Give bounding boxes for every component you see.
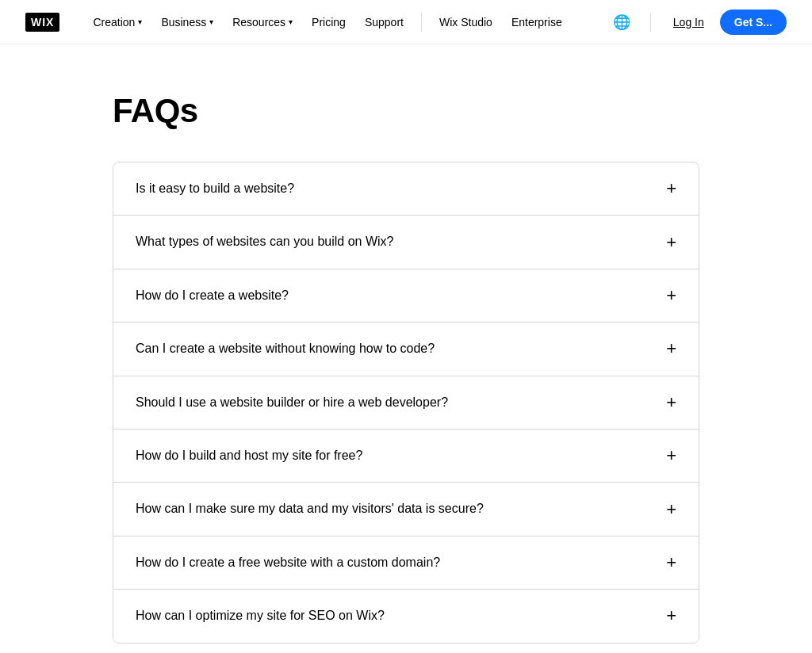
nav-item-creation[interactable]: Creation ▾: [85, 11, 150, 33]
faq-expand-icon-8: +: [666, 554, 676, 571]
get-started-button[interactable]: Get S...: [720, 10, 787, 35]
faq-expand-icon-6: +: [666, 447, 676, 464]
faq-item-6[interactable]: How do I build and host my site for free…: [113, 430, 699, 483]
nav-enterprise-label: Enterprise: [511, 16, 562, 29]
faq-expand-icon-7: +: [666, 501, 676, 518]
nav-separator: [421, 13, 422, 32]
faq-question-3: How do I create a website?: [136, 287, 289, 304]
faq-expand-icon-5: +: [666, 394, 676, 411]
faq-question-8: How do I create a free website with a cu…: [136, 554, 440, 571]
faq-expand-icon-9: +: [666, 607, 676, 624]
chevron-down-icon: ▾: [138, 17, 142, 26]
faq-question-1: Is it easy to build a website?: [136, 180, 294, 197]
chevron-down-icon: ▾: [209, 17, 213, 26]
language-selector-button[interactable]: 🌐: [609, 10, 634, 35]
faq-item-1[interactable]: Is it easy to build a website? +: [113, 162, 699, 216]
nav-item-pricing[interactable]: Pricing: [304, 11, 354, 33]
chevron-down-icon: ▾: [289, 17, 293, 26]
faq-expand-icon-2: +: [666, 234, 676, 251]
faq-question-5: Should I use a website builder or hire a…: [136, 394, 448, 411]
nav-pricing-label: Pricing: [312, 16, 346, 29]
nav-item-resources[interactable]: Resources ▾: [224, 11, 301, 33]
navbar: WIX Creation ▾ Business ▾ Resources ▾ Pr…: [0, 0, 812, 44]
faq-question-9: How can I optimize my site for SEO on Wi…: [136, 607, 385, 624]
faq-question-7: How can I make sure my data and my visit…: [136, 500, 484, 517]
nav-menu: Creation ▾ Business ▾ Resources ▾ Pricin…: [85, 11, 608, 33]
faq-item-9[interactable]: How can I optimize my site for SEO on Wi…: [113, 590, 699, 642]
faq-container: Is it easy to build a website? + What ty…: [113, 162, 699, 643]
main-content: FAQs Is it easy to build a website? + Wh…: [81, 44, 731, 653]
globe-icon: 🌐: [613, 13, 630, 31]
page-title: FAQs: [113, 92, 699, 130]
faq-item-5[interactable]: Should I use a website builder or hire a…: [113, 376, 699, 430]
faq-expand-icon-4: +: [666, 340, 676, 357]
nav-resources-label: Resources: [232, 16, 285, 29]
nav-support-label: Support: [365, 16, 404, 29]
logo-text: WIX: [25, 13, 59, 32]
nav-separator-2: [650, 13, 651, 32]
faq-item-3[interactable]: How do I create a website? +: [113, 269, 699, 323]
nav-item-business[interactable]: Business ▾: [153, 11, 221, 33]
faq-item-2[interactable]: What types of websites can you build on …: [113, 216, 699, 269]
faq-item-8[interactable]: How do I create a free website with a cu…: [113, 537, 699, 590]
nav-wix-studio-label: Wix Studio: [439, 16, 492, 29]
faq-item-7[interactable]: How can I make sure my data and my visit…: [113, 483, 699, 536]
login-button[interactable]: Log In: [667, 11, 710, 33]
navbar-right: 🌐 Log In Get S...: [609, 10, 787, 35]
faq-question-6: How do I build and host my site for free…: [136, 447, 362, 464]
faq-question-2: What types of websites can you build on …: [136, 233, 394, 250]
wix-logo[interactable]: WIX: [25, 13, 59, 32]
nav-creation-label: Creation: [93, 16, 135, 29]
faq-expand-icon-3: +: [666, 287, 676, 304]
faq-item-4[interactable]: Can I create a website without knowing h…: [113, 323, 699, 376]
nav-item-wix-studio[interactable]: Wix Studio: [431, 11, 500, 33]
faq-expand-icon-1: +: [666, 180, 676, 197]
nav-business-label: Business: [161, 16, 206, 29]
nav-item-enterprise[interactable]: Enterprise: [504, 11, 570, 33]
faq-question-4: Can I create a website without knowing h…: [136, 340, 435, 357]
nav-item-support[interactable]: Support: [357, 11, 412, 33]
